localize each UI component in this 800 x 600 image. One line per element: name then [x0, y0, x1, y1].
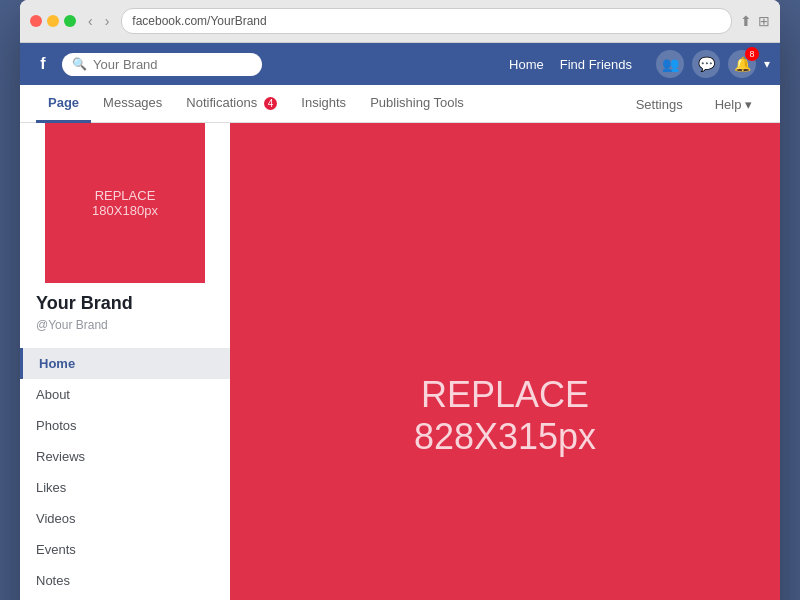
facebook-page: f 🔍 Home Find Friends 👥 💬 🔔 8 ▾ — [20, 43, 780, 600]
notifications-icon-button[interactable]: 🔔 8 — [728, 50, 756, 78]
nav-item-videos[interactable]: Videos — [20, 503, 230, 534]
topnav-search-input[interactable] — [93, 57, 252, 72]
tab-help[interactable]: Help ▾ — [703, 87, 764, 122]
address-bar[interactable]: facebook.com/YourBrand — [121, 8, 732, 34]
nav-item-home[interactable]: Home — [20, 348, 230, 379]
cover-photo[interactable]: REPLACE828X315px — [230, 123, 780, 600]
browser-window: ‹ › facebook.com/YourBrand ⬆ ⊞ f 🔍 Home … — [20, 0, 780, 600]
page-tabs-bar: Page Messages Notifications 4 Insights P… — [20, 85, 780, 123]
topnav-search-bar[interactable]: 🔍 — [62, 53, 262, 76]
profile-pic-size: 180X180px — [92, 203, 158, 218]
nav-item-notes[interactable]: Notes — [20, 565, 230, 596]
nav-item-reviews[interactable]: Reviews — [20, 441, 230, 472]
nav-item-events[interactable]: Events — [20, 534, 230, 565]
nav-home-link[interactable]: Home — [509, 57, 544, 72]
nav-find-friends-link[interactable]: Find Friends — [560, 57, 632, 72]
back-button[interactable]: ‹ — [84, 11, 97, 31]
browser-navigation: ‹ › — [84, 11, 113, 31]
page-name: Your Brand — [20, 283, 230, 318]
nav-item-likes[interactable]: Likes — [20, 472, 230, 503]
fullscreen-icon[interactable]: ⊞ — [758, 13, 770, 29]
search-icon: 🔍 — [72, 57, 87, 71]
nav-item-about[interactable]: About — [20, 379, 230, 410]
share-icon[interactable]: ⬆ — [740, 13, 752, 29]
page-tabs-right: Settings Help ▾ — [624, 87, 764, 121]
nav-item-photos[interactable]: Photos — [20, 410, 230, 441]
tab-messages[interactable]: Messages — [91, 85, 174, 123]
account-dropdown-button[interactable]: ▾ — [764, 57, 770, 71]
forward-button[interactable]: › — [101, 11, 114, 31]
notification-badge: 8 — [745, 47, 759, 61]
tab-insights[interactable]: Insights — [289, 85, 358, 123]
cover-section: REPLACE 180X180px Your Brand @Your Brand… — [20, 123, 780, 600]
browser-action-buttons: ⬆ ⊞ — [740, 13, 770, 29]
nav-item-posts[interactable]: Posts — [20, 596, 230, 600]
minimize-button[interactable] — [47, 15, 59, 27]
facebook-topnav: f 🔍 Home Find Friends 👥 💬 🔔 8 ▾ — [20, 43, 780, 85]
browser-chrome: ‹ › facebook.com/YourBrand ⬆ ⊞ — [20, 0, 780, 43]
tab-page[interactable]: Page — [36, 85, 91, 123]
profile-pic-placeholder: REPLACE — [95, 188, 156, 203]
profile-picture[interactable]: REPLACE 180X180px — [45, 123, 205, 283]
address-text: facebook.com/YourBrand — [132, 14, 266, 28]
messages-icon-button[interactable]: 💬 — [692, 50, 720, 78]
tab-settings[interactable]: Settings — [624, 87, 695, 122]
topnav-links: Home Find Friends 👥 💬 🔔 8 ▾ — [509, 50, 770, 78]
left-sidebar: REPLACE 180X180px Your Brand @Your Brand… — [20, 123, 230, 600]
maximize-button[interactable] — [64, 15, 76, 27]
topnav-icon-buttons: 👥 💬 🔔 8 ▾ — [656, 50, 770, 78]
close-button[interactable] — [30, 15, 42, 27]
facebook-logo: f — [30, 51, 56, 77]
friends-icon-button[interactable]: 👥 — [656, 50, 684, 78]
window-controls — [30, 15, 76, 27]
page-handle: @Your Brand — [20, 318, 230, 342]
cover-placeholder-text: REPLACE828X315px — [414, 374, 596, 458]
left-navigation: Home About Photos Reviews Likes Videos E… — [20, 348, 230, 600]
tab-publishing-tools[interactable]: Publishing Tools — [358, 85, 476, 123]
notifications-badge: 4 — [264, 97, 278, 110]
tab-notifications[interactable]: Notifications 4 — [174, 85, 289, 123]
